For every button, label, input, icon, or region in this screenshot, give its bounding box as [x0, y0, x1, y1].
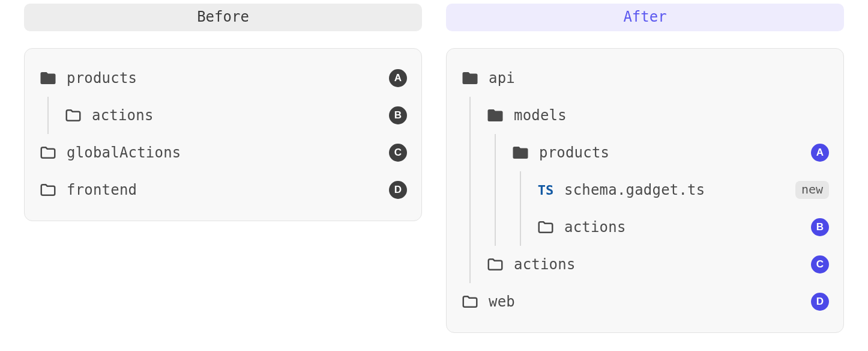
after-tree-panel: apimodelsproductsATSschema.gadget.tsnewa…	[446, 48, 844, 333]
tree-node-label: products	[539, 144, 801, 161]
folder-open-icon	[486, 106, 504, 124]
tree-row[interactable]: actionsC	[486, 246, 829, 283]
annotation-marker: B	[389, 106, 407, 124]
folder-open-icon	[461, 69, 479, 87]
annotation-marker: C	[389, 144, 407, 162]
tree-node-label: schema.gadget.ts	[564, 182, 786, 198]
new-badge: new	[795, 181, 829, 199]
after-heading: After	[446, 4, 844, 31]
tree-node-label: actions	[514, 256, 801, 273]
typescript-icon: TS	[537, 183, 555, 198]
tree-node-label: api	[489, 70, 829, 87]
annotation-marker: A	[811, 144, 829, 162]
folder-icon	[39, 181, 57, 199]
comparison-container: Before productsAactionsBglobalActionsCfr…	[0, 0, 868, 351]
tree-row[interactable]: productsA	[511, 134, 829, 171]
tree-node: webD	[461, 283, 829, 320]
annotation-marker: C	[811, 255, 829, 273]
before-column: Before productsAactionsBglobalActionsCfr…	[24, 4, 422, 333]
annotation-marker: B	[811, 218, 829, 236]
tree-node-label: models	[514, 107, 829, 124]
tree-node-label: globalActions	[67, 144, 379, 161]
folder-open-icon	[511, 144, 529, 162]
before-tree-panel: productsAactionsBglobalActionsCfrontendD	[24, 48, 422, 221]
annotation-marker: D	[811, 293, 829, 311]
before-heading: Before	[24, 4, 422, 31]
tree-node: globalActionsC	[39, 134, 407, 171]
tree-node: actionsB	[537, 209, 829, 246]
folder-icon	[486, 255, 504, 273]
tree-node: productsAactionsB	[39, 60, 407, 134]
tree-node: actionsB	[64, 97, 407, 134]
tree-row[interactable]: productsA	[39, 60, 407, 97]
tree-node: modelsproductsATSschema.gadget.tsnewacti…	[486, 97, 829, 246]
annotation-marker: A	[389, 69, 407, 87]
tree-row[interactable]: models	[486, 97, 829, 134]
tree-row[interactable]: webD	[461, 283, 829, 320]
tree-row[interactable]: globalActionsC	[39, 134, 407, 171]
folder-icon	[64, 106, 82, 124]
tree-node-label: frontend	[67, 182, 379, 198]
tree-row[interactable]: frontendD	[39, 171, 407, 209]
tree-node-label: actions	[92, 107, 379, 124]
tree-row[interactable]: actionsB	[537, 209, 829, 246]
folder-icon	[461, 293, 479, 311]
tree-node-label: products	[67, 70, 379, 87]
tree-node: frontendD	[39, 171, 407, 209]
folder-open-icon	[39, 69, 57, 87]
tree-node: productsATSschema.gadget.tsnewactionsB	[511, 134, 829, 246]
tree-node: apimodelsproductsATSschema.gadget.tsnewa…	[461, 60, 829, 283]
tree-row[interactable]: api	[461, 60, 829, 97]
tree-node: actionsC	[486, 246, 829, 283]
folder-icon	[39, 144, 57, 162]
tree-node-label: web	[489, 293, 801, 310]
tree-node-label: actions	[564, 219, 801, 236]
tree-row[interactable]: TSschema.gadget.tsnew	[537, 171, 829, 209]
tree-node: TSschema.gadget.tsnew	[537, 171, 829, 209]
tree-row[interactable]: actionsB	[64, 97, 407, 134]
annotation-marker: D	[389, 181, 407, 199]
after-column: After apimodelsproductsATSschema.gadget.…	[446, 4, 844, 333]
folder-icon	[537, 218, 555, 236]
